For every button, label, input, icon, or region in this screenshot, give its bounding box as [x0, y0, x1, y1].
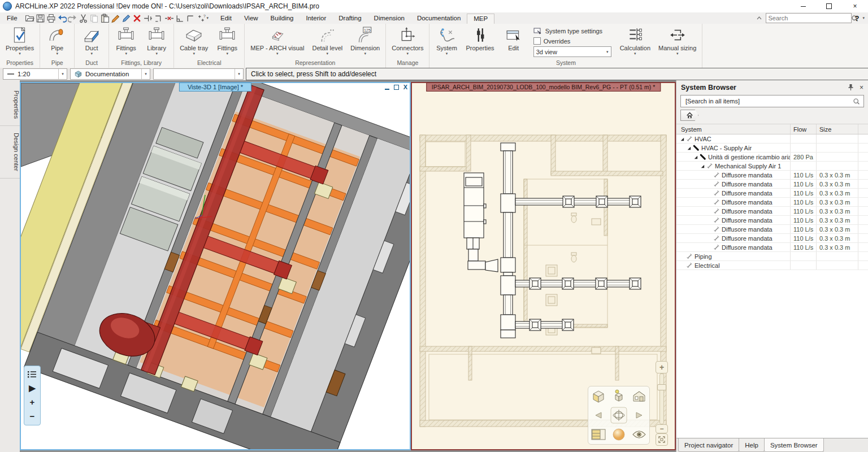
pen-icon[interactable] [121, 13, 132, 23]
ribbon-button-detail-level[interactable]: Detail level ▾ [308, 25, 346, 58]
menu-item-mep[interactable]: MEP [467, 14, 494, 24]
delete-icon[interactable] [132, 13, 142, 23]
snap-corner-icon[interactable] [153, 13, 164, 23]
overrides-checkbox[interactable] [533, 37, 541, 45]
redo-icon[interactable] [67, 13, 78, 23]
copy-icon[interactable] [89, 13, 99, 23]
viewport-minimize-icon[interactable] [385, 89, 389, 90]
ribbon-button-properties[interactable]: Properties [462, 25, 498, 58]
menu-item-view[interactable]: View [238, 14, 264, 23]
menu-item-documentation[interactable]: Documentation [411, 14, 467, 23]
snap-distance-icon[interactable] [142, 13, 153, 23]
ribbon-button-mep-arch-visual[interactable]: MEP - ARCH visual ▾ [246, 25, 308, 58]
rotate-left-icon[interactable] [593, 411, 604, 419]
ribbon-button-fittings[interactable]: Fittings ▾ [212, 25, 242, 58]
side-tab-design-center[interactable]: Design center [0, 126, 20, 179]
tree-row[interactable]: Electrical [676, 261, 868, 270]
rotate-right-icon[interactable] [634, 411, 644, 419]
panel-tab-project-navigator[interactable]: Project navigator [678, 438, 739, 452]
ribbon-button-system[interactable]: System ▾ [431, 25, 462, 58]
tree-row[interactable]: Diffusore mandata110 L/s0.3 x 0.3 m [676, 243, 868, 252]
viewport-2d[interactable]: IPSAR_ARCH_BIM_20190730_LODB_100_modello… [411, 82, 676, 450]
search-icon[interactable] [853, 98, 860, 105]
view-list-icon[interactable] [28, 371, 37, 378]
visibility-eye-icon[interactable] [632, 430, 646, 439]
axonometric-view-icon[interactable] [591, 389, 606, 403]
viewport-3d-title[interactable]: Viste-3D 1 [Image] * [179, 82, 251, 92]
panel-close-icon[interactable]: × [860, 84, 863, 92]
zoom-track[interactable] [659, 373, 664, 424]
collapse-ribbon-icon[interactable] [756, 15, 762, 21]
snap-angle-icon[interactable] [185, 13, 196, 23]
close-button[interactable]: × [842, 0, 868, 12]
expand-triangle-icon[interactable] [679, 136, 685, 142]
tree-row[interactable]: Diffusore mandata110 L/s0.3 x 0.3 m [676, 180, 868, 189]
tree-row[interactable]: HVAC - Supply Air [676, 144, 868, 153]
menu-item-edit[interactable]: Edit [214, 14, 238, 23]
filter-combo[interactable]: ▾ [153, 68, 244, 80]
menu-item-building[interactable]: Building [264, 14, 300, 23]
tree-row[interactable]: Piping [676, 252, 868, 261]
perspective-view-icon[interactable] [612, 389, 626, 403]
open-icon[interactable] [24, 13, 35, 23]
orbit-icon[interactable] [610, 407, 627, 424]
zoom-out-icon[interactable]: − [30, 412, 35, 420]
tree-row[interactable]: Diffusore mandata110 L/s0.3 x 0.3 m [676, 234, 868, 243]
ribbon-button-edit[interactable]: Edit [498, 25, 529, 58]
coordinate-input-icon[interactable]: ? [196, 13, 207, 23]
column-flow[interactable]: Flow [791, 124, 817, 134]
expand-triangle-icon[interactable] [692, 154, 698, 160]
viewport-maximize-icon[interactable] [394, 85, 399, 90]
file-menu[interactable]: File [0, 15, 24, 21]
home-view-icon[interactable] [632, 389, 646, 403]
menu-item-drafting[interactable]: Drafting [332, 14, 367, 23]
print-icon[interactable] [46, 13, 57, 23]
system-type-settings-button[interactable]: System type settings [533, 27, 611, 36]
zoom-handle[interactable] [657, 384, 666, 390]
scale-dropdown-icon[interactable]: ▾ [58, 69, 67, 79]
tree-row[interactable]: Diffusore mandata110 L/s0.3 x 0.3 m [676, 171, 868, 180]
pin-icon[interactable] [848, 84, 854, 91]
panel-tab-help[interactable]: Help [739, 438, 765, 452]
ribbon-button-properties[interactable]: Properties ▾ [2, 25, 38, 58]
menu-item-dimension[interactable]: Dimension [368, 14, 411, 23]
tree-row[interactable]: Diffusore mandata110 L/s0.3 x 0.3 m [676, 216, 868, 225]
home-button[interactable] [680, 110, 698, 121]
ribbon-button-pipe[interactable]: Pipe ▾ [42, 25, 72, 58]
column-size[interactable]: Size [817, 124, 858, 134]
zoom-extents-button[interactable] [656, 433, 668, 446]
ribbon-button-duct[interactable]: Duct ▾ [76, 25, 107, 58]
elevation-view-icon[interactable] [591, 429, 606, 440]
search-input[interactable] [766, 15, 851, 21]
viewport-2d-title[interactable]: IPSAR_ARCH_BIM_20190730_LODB_100_modello… [426, 82, 661, 92]
help-button[interactable]: ? [855, 14, 860, 23]
zoom-in-icon[interactable]: + [30, 398, 35, 406]
ribbon-button-manual-sizing[interactable]: Manual sizing ▾ [654, 25, 700, 58]
play-icon[interactable]: ▶ [29, 384, 36, 392]
side-tab-properties[interactable]: Properties [0, 84, 20, 126]
tree-row[interactable]: Diffusore mandata110 L/s0.3 x 0.3 m [676, 207, 868, 216]
zoom-out-button[interactable]: − [656, 424, 668, 433]
column-system[interactable]: System [676, 124, 791, 134]
undo-icon[interactable] [57, 13, 67, 23]
view-mode-dropdown-icon[interactable]: ▾ [141, 69, 150, 79]
tree-row[interactable]: Diffusore mandata110 L/s0.3 x 0.3 m [676, 225, 868, 234]
ribbon-button-connectors[interactable]: Connectors ▾ [388, 25, 427, 58]
maximize-button[interactable] [816, 0, 842, 12]
ribbon-button-calculation[interactable]: Calculation ▾ [616, 25, 654, 58]
tree-row[interactable]: Diffusore mandata110 L/s0.3 x 0.3 m [676, 189, 868, 198]
zoom-in-button[interactable]: + [656, 361, 668, 373]
system-search-input[interactable] [684, 97, 853, 105]
view-mode-combo[interactable]: Documentation ▾ [70, 68, 150, 80]
save-icon[interactable] [35, 13, 46, 23]
ribbon-button-library[interactable]: Library ▾ [141, 25, 172, 58]
viewport-3d[interactable]: Viste-3D 1 [Image] * X [20, 82, 411, 450]
cut-icon[interactable] [78, 13, 89, 23]
overrides-checkbox-row[interactable]: Overrides [533, 37, 611, 45]
ribbon-button-fittings[interactable]: Fittings ▾ [111, 25, 141, 58]
viewport-close-icon[interactable]: X [403, 84, 407, 90]
help-dropdown-icon[interactable]: ▾ [862, 16, 865, 20]
filter-dropdown-icon[interactable]: ▾ [235, 69, 243, 79]
snap-off-icon[interactable] [164, 13, 175, 23]
expand-triangle-icon[interactable] [685, 145, 692, 151]
